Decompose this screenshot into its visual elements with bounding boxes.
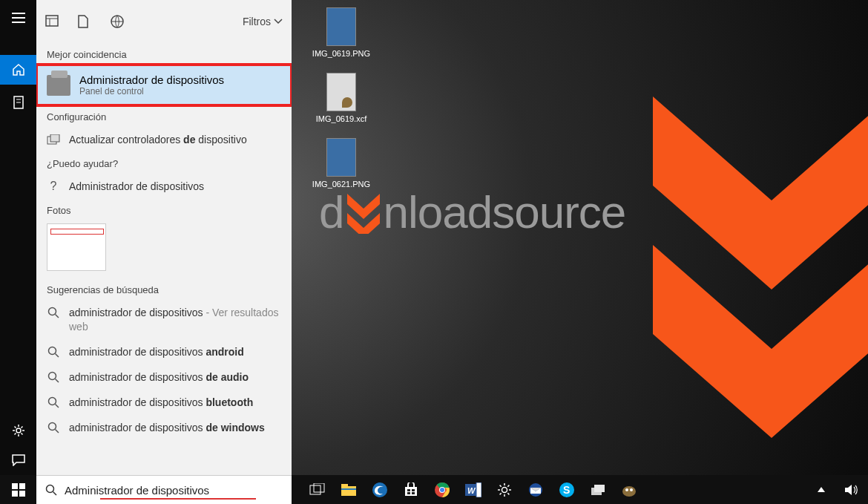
svg-rect-12 [19,483,25,489]
svg-rect-13 [12,491,18,497]
search-icon [47,421,60,434]
watermark-rest: nloadsource [383,186,625,238]
svg-point-20 [372,482,387,497]
skype-taskbar[interactable]: S [554,477,579,503]
section-photos: Fotos [36,199,292,220]
desktop-file-label: IMG_0619.xcf [312,114,371,123]
svg-rect-23 [412,489,415,491]
tray-expand-button[interactable] [809,477,834,503]
search-input[interactable] [65,484,272,497]
settings-result-icon [47,133,60,146]
section-help: ¿Puedo ayudar? [36,152,292,174]
photo-result-thumb[interactable] [47,223,106,271]
suggestion-item[interactable]: administrador de dispositivos android [36,339,292,364]
suggestion-item[interactable]: administrador de dispositivos de windows [36,415,292,440]
desktop: d nloadsource IMG_0619.PNG IMG_0619.xcf … [0,0,868,504]
suggestion-text: administrador de dispositivos - Ver resu… [69,306,281,333]
suggestion-text: administrador de dispositivos android [69,345,244,359]
desktop-file-icon[interactable]: IMG_0619.xcf [312,73,371,123]
svg-rect-15 [310,485,320,494]
svg-rect-25 [412,492,415,494]
best-match-result[interactable]: Administrador de dispositivos Panel de c… [36,65,292,105]
svg-point-32 [502,487,507,492]
app-taskbar-1[interactable] [585,477,611,503]
best-match-title: Administrador de dispositivos [79,73,224,86]
store-taskbar[interactable] [398,477,424,503]
edge-taskbar[interactable] [367,477,392,503]
svg-rect-17 [341,486,356,496]
help-result-item[interactable]: ? Administrador de dispositivos [36,174,292,199]
section-best-match: Mejor coincidencia [36,43,292,65]
svg-rect-11 [12,483,18,489]
svg-rect-14 [19,491,25,497]
task-view-button[interactable] [305,477,330,503]
chevron-up-icon [818,487,825,492]
svg-text:W: W [467,486,476,495]
desktop-file-icon[interactable]: IMG_0621.PNG [312,138,371,189]
word-taskbar[interactable]: W [461,477,486,503]
svg-rect-19 [341,488,356,490]
desktop-file-label: IMG_0621.PNG [312,180,371,189]
cortana-left-rail [0,0,36,475]
brand-chevrons [653,96,868,453]
search-panel-top: Filtros [36,0,292,43]
desktop-file-icon[interactable]: IMG_0619.PNG [312,7,371,58]
search-icon [47,345,60,359]
svg-point-40 [630,488,633,491]
desktop-icons-area: IMG_0619.PNG IMG_0619.xcf IMG_0621.PNG [312,7,371,203]
svg-text:S: S [563,484,570,496]
image-thumb-icon [326,138,356,177]
xcf-thumb-icon [326,73,356,111]
svg-rect-31 [476,482,481,497]
search-icon [47,396,60,409]
feedback-button[interactable] [0,445,36,475]
config-result-text: Actualizar controladores de dispositivo [69,133,247,146]
suggestion-text: administrador de dispositivos de windows [69,421,265,434]
thunderbird-taskbar[interactable] [523,477,548,503]
section-suggestions: Sugerencias de búsqueda [36,278,292,300]
svg-rect-24 [407,492,410,494]
start-button[interactable] [0,475,36,504]
svg-rect-5 [50,134,59,142]
svg-point-10 [49,423,56,431]
notebook-button[interactable] [0,88,36,117]
hamburger-menu-button[interactable] [0,3,36,33]
filters-dropdown[interactable]: Filtros [243,16,283,27]
search-icon [45,484,57,496]
suggestion-item[interactable]: administrador de dispositivos - Ver resu… [36,300,292,338]
svg-rect-18 [341,484,348,487]
documents-scope-icon[interactable] [78,15,91,28]
help-result-text: Administrador de dispositivos [69,180,204,193]
search-input-row[interactable] [36,475,292,504]
settings-taskbar[interactable] [492,477,517,503]
chrome-taskbar[interactable] [430,477,455,503]
config-result-item[interactable]: Actualizar controladores de dispositivo [36,127,292,152]
windows-logo-icon [12,483,25,497]
search-icon [47,370,60,384]
svg-point-7 [49,347,56,354]
svg-point-6 [49,308,56,315]
svg-point-41 [47,485,54,493]
svg-point-8 [49,373,56,380]
suggestion-item[interactable]: administrador de dispositivos de audio [36,364,292,390]
svg-rect-2 [46,16,58,26]
svg-rect-16 [314,483,324,492]
home-button[interactable] [0,55,36,85]
suggestion-item[interactable]: administrador de dispositivos bluetooth [36,390,292,415]
svg-rect-21 [405,487,417,496]
gimp-taskbar[interactable] [617,477,642,503]
file-explorer-taskbar[interactable] [336,477,361,503]
svg-rect-37 [594,485,605,492]
chevron-down-icon [274,19,283,24]
help-icon: ? [47,180,60,193]
volume-button[interactable] [838,477,864,503]
suggestion-text: administrador de dispositivos de audio [69,370,249,384]
svg-point-38 [622,486,636,497]
annotation-underline [100,498,256,500]
web-scope-icon[interactable] [111,15,124,28]
device-manager-icon [47,75,70,96]
settings-button[interactable] [0,416,36,445]
apps-scope-icon[interactable] [45,15,59,28]
search-icon [47,306,60,319]
svg-point-39 [625,488,628,491]
